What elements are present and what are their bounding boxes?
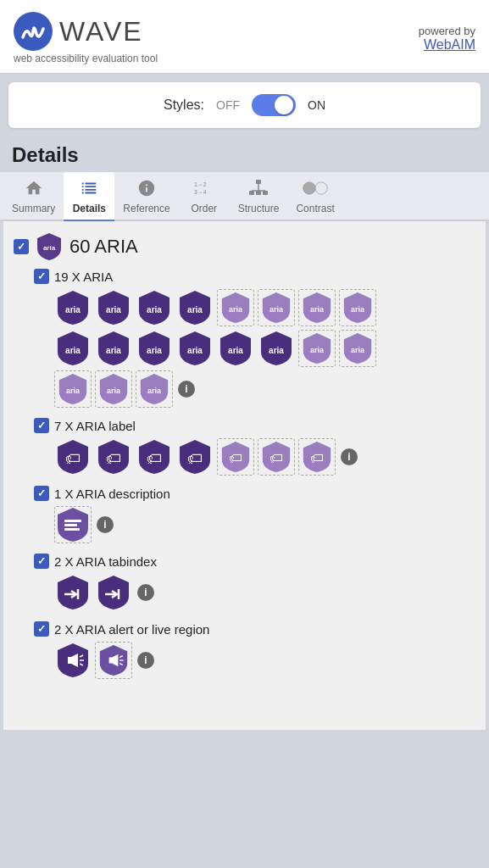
tab-summary-label: Summary xyxy=(12,203,55,214)
svg-text:aria: aria xyxy=(269,346,284,355)
list-icon xyxy=(80,179,98,200)
svg-text:aria: aria xyxy=(310,346,325,354)
aria-badge-dashed[interactable]: aria xyxy=(217,289,254,326)
info-icon xyxy=(137,179,156,200)
header-left: WAVE web accessibility evaluation tool xyxy=(14,12,158,64)
aria-label-label: 7 X ARIA label xyxy=(54,419,136,433)
styles-on-label: ON xyxy=(308,98,325,112)
tab-reference-label: Reference xyxy=(123,203,169,214)
aria-badge[interactable]: aria xyxy=(258,330,295,367)
aria-alert-checkbox[interactable] xyxy=(34,621,49,637)
wave-logo-icon xyxy=(14,12,53,51)
aria-desc-checkbox[interactable] xyxy=(34,486,49,501)
tab-order-label: Order xyxy=(191,203,217,214)
aria-badge-dashed[interactable]: aria xyxy=(298,330,336,367)
sub-header-aria-label: 7 X ARIA label xyxy=(34,418,475,433)
aria-label-badge-dashed[interactable]: 🏷 xyxy=(258,438,295,476)
aria-label-checkbox[interactable] xyxy=(34,418,49,433)
aria-main-shield-icon: aria xyxy=(36,231,63,262)
logo-row: WAVE xyxy=(14,12,158,51)
aria-badge[interactable]: aria xyxy=(136,330,173,367)
section-title: Details xyxy=(0,136,489,172)
svg-text:aria: aria xyxy=(187,346,203,355)
aria-badge-dashed[interactable]: aria xyxy=(339,330,376,367)
aria-label-badge[interactable]: 🏷 xyxy=(176,438,214,476)
styles-toggle[interactable] xyxy=(252,94,296,116)
sub-header-aria-x: 19 X ARIA xyxy=(34,269,475,284)
aria-badge-dashed[interactable]: aria xyxy=(339,289,376,326)
aria-desc-badge[interactable] xyxy=(54,506,92,543)
aria-label-badge[interactable]: 🏷 xyxy=(54,438,92,476)
aria-badge[interactable]: aria xyxy=(95,330,132,367)
aria-label-icons: 🏷 🏷 🏷 🏷 🏷 🏷 🏷 i xyxy=(54,438,475,476)
aria-badge[interactable]: aria xyxy=(136,289,173,326)
aria-badge[interactable]: aria xyxy=(54,289,92,326)
tab-structure-label: Structure xyxy=(238,203,280,214)
tab-summary[interactable]: Summary xyxy=(3,172,64,220)
info-circle-icon[interactable]: i xyxy=(97,516,114,533)
aria-main-checkbox[interactable] xyxy=(14,239,29,254)
aria-tabindex-badge[interactable] xyxy=(95,574,132,611)
aria-badge-dashed[interactable]: aria xyxy=(54,370,92,408)
aria-x-label: 19 X ARIA xyxy=(54,270,113,284)
tab-structure[interactable]: Structure xyxy=(230,172,288,220)
aria-label-badge-dashed[interactable]: 🏷 xyxy=(298,438,336,476)
svg-text:🏷: 🏷 xyxy=(147,450,162,467)
aria-x-icons-row3: aria aria aria i xyxy=(54,370,475,408)
tab-contrast[interactable]: Contrast xyxy=(287,172,342,220)
styles-bar: Styles: OFF ON xyxy=(8,82,481,128)
aria-badge[interactable]: aria xyxy=(176,289,214,326)
svg-text:aria: aria xyxy=(229,305,243,314)
aria-count-label: 60 ARIA xyxy=(69,236,138,258)
svg-text:🏷: 🏷 xyxy=(229,450,242,465)
svg-text:1→2: 1→2 xyxy=(194,181,207,187)
svg-text:aria: aria xyxy=(351,305,365,314)
info-circle-icon[interactable]: i xyxy=(341,448,358,465)
aria-x-icons-row2: aria aria aria aria aria aria aria aria xyxy=(54,330,475,367)
aria-alert-icons: i xyxy=(54,642,475,679)
aria-alert-badge-solid[interactable] xyxy=(54,642,92,679)
aria-main-header: aria 60 ARIA xyxy=(14,231,475,262)
svg-rect-38 xyxy=(64,524,77,526)
styles-off-label: OFF xyxy=(216,98,240,112)
svg-text:aria: aria xyxy=(106,305,121,314)
svg-text:🏷: 🏷 xyxy=(187,450,203,467)
svg-text:🏷: 🏷 xyxy=(310,450,324,465)
info-circle-icon[interactable]: i xyxy=(137,652,154,669)
svg-text:aria: aria xyxy=(147,387,162,395)
info-circle-icon[interactable]: i xyxy=(137,584,154,601)
aria-badge[interactable]: aria xyxy=(176,330,214,367)
svg-text:aria: aria xyxy=(147,346,162,355)
aria-desc-label: 1 X ARIA description xyxy=(54,487,170,501)
aria-badge-dashed[interactable]: aria xyxy=(258,289,295,326)
sub-header-aria-desc: 1 X ARIA description xyxy=(34,486,475,501)
svg-text:aria: aria xyxy=(187,305,203,314)
aria-badge[interactable]: aria xyxy=(217,330,254,367)
aria-badge-dashed[interactable]: aria xyxy=(95,370,132,408)
aria-label-badge[interactable]: 🏷 xyxy=(95,438,132,476)
svg-rect-37 xyxy=(64,520,81,522)
contrast-icon xyxy=(302,179,329,200)
aria-tabindex-checkbox[interactable] xyxy=(34,554,49,569)
svg-text:🏷: 🏷 xyxy=(65,450,81,467)
tab-order[interactable]: 1→2 3→4 Order xyxy=(179,172,230,220)
tab-contrast-label: Contrast xyxy=(296,203,334,214)
app-title: WAVE xyxy=(59,16,143,47)
aria-x-checkbox[interactable] xyxy=(34,269,49,284)
svg-text:aria: aria xyxy=(147,305,162,314)
svg-point-9 xyxy=(315,182,327,194)
tab-details[interactable]: Details xyxy=(64,172,114,221)
aria-label-badge[interactable]: 🏷 xyxy=(136,438,173,476)
svg-text:aria: aria xyxy=(310,305,325,314)
aria-badge-dashed[interactable]: aria xyxy=(298,289,336,326)
aria-alert-badge-dashed[interactable] xyxy=(95,642,132,679)
aria-label-badge-dashed[interactable]: 🏷 xyxy=(217,438,254,476)
aria-tabindex-badge[interactable] xyxy=(54,574,92,611)
tab-reference[interactable]: Reference xyxy=(114,172,178,220)
order-icon: 1→2 3→4 xyxy=(194,179,214,200)
webaim-link[interactable]: WebAIM xyxy=(419,37,475,53)
info-circle-icon[interactable]: i xyxy=(178,381,195,398)
aria-badge-dashed[interactable]: aria xyxy=(136,370,173,408)
aria-badge[interactable]: aria xyxy=(95,289,132,326)
aria-badge[interactable]: aria xyxy=(54,330,92,367)
